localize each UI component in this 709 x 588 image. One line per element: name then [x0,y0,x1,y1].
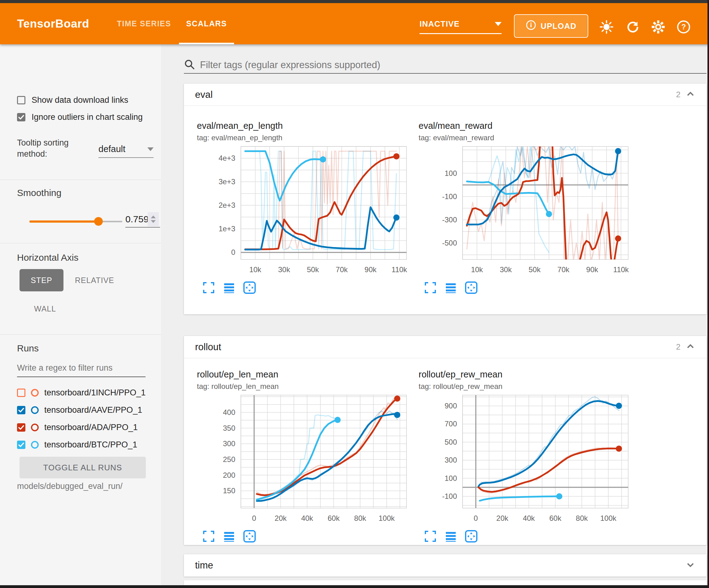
svg-text:100: 100 [445,474,457,482]
svg-text:0: 0 [231,248,235,256]
svg-text:70k: 70k [336,265,348,274]
main-content: eval 2 eval/mean_ep_length tag: eval/mea… [161,44,707,585]
runs-label: Runs [17,343,39,354]
tab-scalars[interactable]: SCALARS [179,3,234,44]
svg-text:300: 300 [445,456,457,464]
svg-text:900: 900 [445,402,457,410]
slider-knob[interactable] [94,217,103,226]
svg-text:3e+3: 3e+3 [218,177,235,186]
fit-domain-icon[interactable] [465,530,478,543]
svg-text:1e+3: 1e+3 [218,225,235,233]
chart-plot-area[interactable]: 01e+32e+33e+34e+310k30k50k70k90k110k [194,143,411,277]
run-row-aave[interactable]: tensorboard/AAVE/PPO_1 [17,404,142,416]
smoothing-value-input[interactable] [125,214,148,225]
brightness-icon[interactable] [599,20,614,34]
chevron-up-icon[interactable] [685,89,695,100]
run-checkbox-icon [17,441,25,449]
chevron-up-icon[interactable] [685,341,695,353]
svg-text:20k: 20k [274,514,287,522]
svg-text:40k: 40k [301,514,314,522]
run-color-ring-icon [31,441,39,449]
status-dropdown[interactable]: INACTIVE [420,15,502,34]
section-header-eval[interactable]: eval 2 [184,84,707,106]
divider [0,180,161,180]
fit-domain-icon[interactable] [465,281,478,295]
tab-time-series[interactable]: TIME SERIES [113,3,175,44]
toggle-all-runs-button[interactable]: TOGGLE ALL RUNS [20,457,146,478]
app-title: TensorBoard [17,17,89,30]
section-card-rollout: rollout 2 rollout/ep_len_mean tag: rollo… [184,336,707,545]
fullscreen-icon[interactable] [202,530,215,543]
axis-relative-button[interactable]: RELATIVE [75,276,114,285]
tag-filter-input[interactable] [200,59,707,71]
stepper-icon[interactable] [148,212,159,226]
run-row-btc[interactable]: tensorboard/BTC/PPO_1 [17,438,137,451]
svg-text:350: 350 [223,424,235,432]
data-table-icon[interactable] [222,530,236,543]
status-dropdown-value: INACTIVE [420,19,459,29]
window-top-strip [0,0,709,3]
svg-text:-500: -500 [442,239,457,247]
slider-fill [29,221,99,223]
app-header: TensorBoard TIME SERIES SCALARS INACTIVE… [0,3,709,44]
settings-sidebar: Show data download links Ignore outliers… [0,44,161,585]
svg-text:500: 500 [445,438,457,446]
smoothing-value-box [125,211,160,228]
chevron-down-icon[interactable] [685,560,695,571]
show-download-links-checkbox[interactable]: Show data download links [17,95,128,105]
runs-footer-path: models/debugged_eval_run/ [17,482,123,491]
fit-domain-icon[interactable] [243,281,256,295]
svg-text:110k: 110k [613,265,629,274]
data-table-icon[interactable] [222,281,236,295]
chart-plot-area[interactable]: 150200250300350400020k40k60k80k100k [194,392,411,525]
svg-text:100k: 100k [600,514,617,522]
active-tab-underline [179,43,234,44]
chart-eval-mean-reward: eval/mean_reward tag: eval/mean_reward 1… [416,121,633,304]
chart-rollout-ep-len-mean: rollout/ep_len_mean tag: rollout/ep_len_… [194,369,411,553]
checkbox-label: Show data download links [32,95,128,105]
fullscreen-icon[interactable] [202,281,215,295]
svg-text:200: 200 [223,471,235,479]
svg-text:300: 300 [223,439,235,448]
fit-domain-icon[interactable] [243,530,256,543]
svg-text:60k: 60k [549,514,561,522]
checkbox-label: Ignore outliers in chart scaling [32,112,143,122]
svg-text:30k: 30k [278,265,290,274]
next-section-card-edge [184,580,707,585]
fullscreen-icon[interactable] [423,530,437,543]
run-color-ring-icon [31,389,39,397]
tensorboard-app: TensorBoard TIME SERIES SCALARS INACTIVE… [0,0,709,588]
smoothing-slider[interactable] [29,217,122,226]
section-header-time[interactable]: time [184,554,707,577]
chart-plot-area[interactable]: 100-100-300-50010k30k50k70k90k110k [416,143,633,277]
svg-text:-100: -100 [442,192,457,201]
data-table-icon[interactable] [444,530,457,543]
upload-button[interactable]: UPLOAD [514,14,588,38]
svg-text:50k: 50k [307,265,319,274]
axis-step-button[interactable]: STEP [20,269,63,291]
data-table-icon[interactable] [444,281,457,295]
section-header-rollout[interactable]: rollout 2 [184,336,707,358]
runs-filter-input[interactable] [17,363,146,377]
run-color-ring-icon [31,424,39,431]
fullscreen-icon[interactable] [423,281,437,295]
ignore-outliers-checkbox[interactable]: Ignore outliers in chart scaling [17,112,143,122]
svg-text:40k: 40k [523,514,535,522]
refresh-icon[interactable] [625,20,640,34]
tag-filter-field [184,57,707,74]
upload-button-label: UPLOAD [541,21,577,31]
divider [0,243,161,244]
svg-text:100k: 100k [379,514,395,522]
tooltip-sorting-dropdown[interactable]: default [99,144,154,158]
svg-text:90k: 90k [586,265,599,274]
help-icon[interactable]: ? [676,20,691,34]
run-row-ada[interactable]: tensorboard/ADA/PPO_1 [17,421,138,434]
axis-wall-button[interactable]: WALL [34,304,56,313]
chevron-down-icon [148,147,154,151]
chart-plot-area[interactable]: 900700500300100-100020k40k60k80k100k [416,392,633,525]
run-checkbox-icon [17,406,25,414]
settings-gear-icon[interactable] [651,20,666,34]
section-card-eval: eval 2 eval/mean_ep_length tag: eval/mea… [184,84,707,314]
run-row-1inch[interactable]: tensorboard/1INCH/PPO_1 [17,386,146,399]
svg-text:4e+3: 4e+3 [218,154,235,162]
